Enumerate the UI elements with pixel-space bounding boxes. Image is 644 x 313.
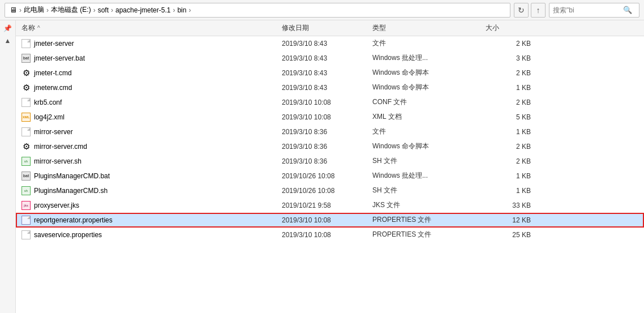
table-row[interactable]: reportgenerator.properties 2019/3/10 10:…	[16, 213, 644, 228]
breadcrumb-bin[interactable]: bin	[177, 6, 186, 14]
file-date-cell: 2019/3/10 8:43	[276, 40, 367, 48]
file-name-cell: bat PluginsManagerCMD.bat	[16, 171, 276, 181]
file-icon	[22, 98, 31, 107]
col-name-header[interactable]: 名称 ^	[16, 23, 276, 33]
file-name-cell: reportgenerator.properties	[16, 216, 276, 225]
file-type-cell: PROPERTIES 文件	[367, 215, 480, 225]
file-name-cell: sh mirror-server.sh	[16, 157, 276, 166]
address-actions: ↻ ↑	[514, 3, 546, 18]
file-list[interactable]: jmeter-server 2019/3/10 8:43 文件 2 KB bat…	[16, 36, 644, 313]
file-name-cell: ⚙ jmeterw.cmd	[16, 83, 276, 92]
breadcrumb-soft[interactable]: soft	[98, 6, 109, 14]
file-icon: sh	[22, 157, 31, 166]
file-date-cell: 2019/10/21 9:58	[276, 201, 367, 209]
file-name-cell: mirror-server	[16, 127, 276, 136]
left-panel: 📌 ▲	[0, 20, 16, 313]
file-name: reportgenerator.properties	[34, 216, 113, 224]
table-row[interactable]: ⚙ mirror-server.cmd 2019/3/10 8:36 Windo…	[16, 139, 644, 154]
file-name: jmeter-server.bat	[34, 54, 85, 62]
computer-icon: 🖥	[10, 6, 17, 14]
file-type-cell: SH 文件	[367, 186, 480, 195]
file-type-cell: PROPERTIES 文件	[367, 230, 480, 239]
file-name-cell: jks proxyserver.jks	[16, 201, 276, 210]
file-name: mirror-server	[34, 128, 73, 136]
file-name: jmeter-server	[34, 40, 74, 48]
col-date-header[interactable]: 修改日期	[276, 23, 367, 33]
file-type-cell: SH 文件	[367, 156, 480, 166]
refresh-button[interactable]: ↻	[514, 3, 529, 18]
expand-button[interactable]: ▲	[2, 35, 14, 46]
table-row[interactable]: sh PluginsManagerCMD.sh 2019/10/26 10:08…	[16, 183, 644, 198]
file-size-cell: 5 KB	[480, 113, 536, 121]
file-size-cell: 2 KB	[480, 143, 536, 151]
file-size-cell: 1 KB	[480, 128, 536, 136]
file-icon	[22, 230, 31, 239]
search-box[interactable]: 🔍	[549, 3, 639, 18]
file-date-cell: 2019/10/26 10:08	[276, 172, 367, 180]
search-input[interactable]	[553, 6, 621, 14]
file-icon: ⚙	[22, 142, 31, 151]
file-explorer-window: 🖥 › 此电脑 › 本地磁盘 (E:) › soft › apache-jmet…	[0, 0, 644, 313]
file-type-cell: XML 文档	[367, 112, 480, 122]
file-type-cell: Windows 命令脚本	[367, 142, 480, 151]
column-header: 名称 ^ 修改日期 类型 大小	[16, 20, 644, 36]
table-row[interactable]: jks proxyserver.jks 2019/10/21 9:58 JKS …	[16, 198, 644, 213]
table-row[interactable]: mirror-server 2019/3/10 8:36 文件 1 KB	[16, 125, 644, 139]
breadcrumb-jmeter[interactable]: apache-jmeter-5.1	[115, 6, 170, 14]
breadcrumb[interactable]: 🖥 › 此电脑 › 本地磁盘 (E:) › soft › apache-jmet…	[5, 3, 510, 18]
table-row[interactable]: jmeter-server 2019/3/10 8:43 文件 2 KB	[16, 36, 644, 51]
table-row[interactable]: sh mirror-server.sh 2019/3/10 8:36 SH 文件…	[16, 154, 644, 169]
col-size-header[interactable]: 大小	[480, 23, 536, 33]
file-name-cell: XML log4j2.xml	[16, 113, 276, 122]
file-size-cell: 1 KB	[480, 187, 536, 195]
breadcrumb-drive[interactable]: 本地磁盘 (E:)	[51, 5, 91, 15]
file-name: PluginsManagerCMD.sh	[34, 187, 108, 195]
file-type-cell: Windows 命令脚本	[367, 68, 480, 78]
file-icon: ⚙	[22, 68, 31, 78]
search-icon[interactable]: 🔍	[623, 6, 632, 14]
col-type-header[interactable]: 类型	[367, 23, 480, 33]
file-size-cell: 25 KB	[480, 231, 536, 239]
file-icon: XML	[22, 113, 31, 122]
main-area: 📌 ▲ 名称 ^ 修改日期 类型 大小 jmeter-server	[0, 20, 644, 313]
file-name: log4j2.xml	[34, 113, 65, 121]
file-icon	[22, 127, 31, 136]
file-name: krb5.conf	[34, 98, 62, 106]
file-name-cell: sh PluginsManagerCMD.sh	[16, 186, 276, 195]
table-row[interactable]: bat PluginsManagerCMD.bat 2019/10/26 10:…	[16, 169, 644, 183]
file-name-cell: bat jmeter-server.bat	[16, 54, 276, 63]
file-type-cell: 文件	[367, 127, 480, 136]
breadcrumb-computer[interactable]: 此电脑	[24, 5, 44, 15]
file-name-cell: ⚙ mirror-server.cmd	[16, 142, 276, 151]
file-date-cell: 2019/3/10 10:08	[276, 113, 367, 121]
table-row[interactable]: ⚙ jmeterw.cmd 2019/3/10 8:43 Windows 命令脚…	[16, 80, 644, 95]
table-row[interactable]: bat jmeter-server.bat 2019/3/10 8:43 Win…	[16, 51, 644, 66]
file-icon	[22, 216, 31, 225]
file-size-cell: 2 KB	[480, 157, 536, 165]
file-name-cell: ⚙ jmeter-t.cmd	[16, 68, 276, 78]
table-row[interactable]: ⚙ jmeter-t.cmd 2019/3/10 8:43 Windows 命令…	[16, 66, 644, 80]
file-date-cell: 2019/3/10 8:43	[276, 84, 367, 92]
file-date-cell: 2019/3/10 8:36	[276, 157, 367, 165]
address-bar: 🖥 › 此电脑 › 本地磁盘 (E:) › soft › apache-jmet…	[0, 0, 644, 20]
file-type-cell: CONF 文件	[367, 97, 480, 107]
file-icon: sh	[22, 186, 31, 195]
pin-button[interactable]: 📌	[2, 23, 14, 34]
file-name: jmeter-t.cmd	[34, 69, 72, 77]
file-date-cell: 2019/3/10 8:36	[276, 143, 367, 151]
up-button[interactable]: ↑	[531, 3, 546, 18]
table-row[interactable]: XML log4j2.xml 2019/3/10 10:08 XML 文档 5 …	[16, 110, 644, 125]
file-icon: ⚙	[22, 83, 31, 92]
table-row[interactable]: saveservice.properties 2019/3/10 10:08 P…	[16, 228, 644, 242]
file-icon	[22, 39, 31, 48]
file-size-cell: 1 KB	[480, 84, 536, 92]
file-date-cell: 2019/3/10 8:43	[276, 69, 367, 77]
file-icon: jks	[22, 201, 31, 210]
file-name: mirror-server.cmd	[34, 143, 87, 151]
file-name: jmeterw.cmd	[34, 84, 72, 92]
table-row[interactable]: krb5.conf 2019/3/10 10:08 CONF 文件 2 KB	[16, 95, 644, 110]
file-date-cell: 2019/3/10 10:08	[276, 216, 367, 224]
file-size-cell: 33 KB	[480, 201, 536, 209]
file-size-cell: 3 KB	[480, 54, 536, 62]
file-size-cell: 2 KB	[480, 40, 536, 48]
